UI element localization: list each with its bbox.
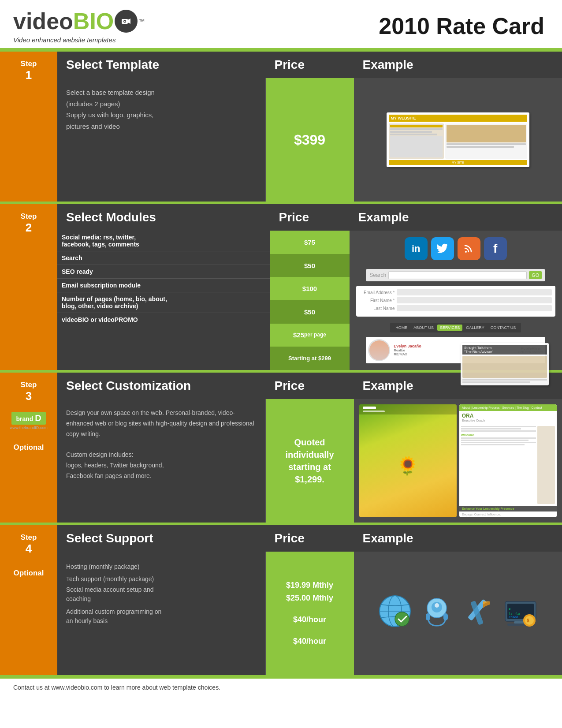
logo-subtitle: Video enhanced website templates	[13, 36, 145, 44]
svg-text:ls -la: ls -la	[509, 612, 520, 616]
modules-table: Social media: rss, twitter,facebook, tag…	[57, 231, 270, 326]
logo-area: videoBIO ™ Video enhanced website templa…	[13, 8, 145, 44]
svg-text:$: $	[527, 618, 529, 623]
step3-content-area: Select Customization Price Example Desig…	[57, 373, 562, 523]
step2-modules-list: Social media: rss, twitter,facebook, tag…	[57, 231, 270, 370]
step4-price-1: $19.99 Mthly	[286, 581, 333, 590]
step1-price-value: $399	[294, 132, 325, 148]
logo-tm: ™	[138, 18, 145, 25]
table-row: Search	[57, 251, 270, 265]
step2-heading: Select Modules	[57, 204, 270, 231]
step1-content: Select Template Price Example Select a b…	[57, 52, 562, 202]
computer-icon: > _ ls -la chmod $	[503, 595, 538, 632]
search-example: Search GO	[366, 269, 545, 281]
module-price-6: Starting at $299	[270, 347, 350, 370]
step3-price-col: Quotedindividuallystarting at$1,299.	[266, 399, 354, 523]
svg-point-4	[124, 21, 126, 22]
globe-icon	[377, 594, 413, 634]
step3-example-col: 🌻 About | Leadership Process | Services …	[354, 399, 562, 523]
step4-number: 4	[21, 542, 37, 556]
module-name-2: Search	[57, 251, 270, 265]
step1-price-col: $399	[266, 78, 354, 202]
step1-price-header: Price	[266, 52, 354, 78]
step4-item-2: Tech support (monthly package)	[66, 573, 257, 585]
step2-prices-col: $75 $50 $100 $50 $25per page Starting at…	[270, 231, 350, 370]
step3-price-header: Price	[266, 373, 354, 399]
step4-price-2: $25.00 Mthly	[286, 594, 333, 603]
step2-label: Step 2	[0, 204, 57, 370]
go-button[interactable]: GO	[529, 271, 542, 279]
table-row: videoBIO or videoPROMO	[57, 313, 270, 327]
green-line-top	[0, 48, 562, 52]
step3-description: Design your own space on the web. Person…	[57, 399, 266, 523]
footer-text: Contact us at www.videobio.com to learn …	[13, 684, 220, 691]
rate-card-title: 2010 Rate Card	[379, 13, 544, 39]
step4-content-grid: Hosting (monthly package) Tech support (…	[57, 552, 562, 675]
step4-col-headers: Select Support Price Example	[57, 525, 562, 552]
step1-example-header: Example	[354, 52, 562, 78]
logo: videoBIO ™	[13, 8, 145, 34]
tools-icon	[461, 595, 496, 632]
brand-logo: brand D www.thebrandID.com	[10, 412, 48, 430]
module-price-1: $75	[270, 231, 350, 254]
step3-price-text: Quotedindividuallystarting at$1,299.	[281, 432, 338, 490]
header: videoBIO ™ Video enhanced website templa…	[0, 0, 562, 48]
svg-point-6	[465, 251, 467, 253]
form-example: Email Address * First Name * Last Name	[356, 286, 556, 317]
footer: Contact us at www.videobio.com to learn …	[0, 678, 562, 696]
nav-home: HOME	[393, 325, 410, 331]
module-name-1: Social media: rss, twitter,facebook, tag…	[57, 231, 270, 251]
step2-number: 2	[21, 221, 37, 235]
svg-point-10	[395, 612, 409, 626]
step4-item-4: Additional custom programming onan hourl…	[66, 607, 257, 626]
module-price-3: $100	[270, 277, 350, 300]
search-label: Search	[369, 272, 386, 278]
step4-word: Step	[21, 533, 37, 542]
svg-point-26	[525, 616, 534, 625]
module-name-3: SEO ready	[57, 265, 270, 279]
social-icons-row: in f	[405, 237, 507, 260]
step3-word: Step	[21, 381, 37, 389]
step2-example-header: Example	[350, 204, 562, 231]
step1-word: Step	[21, 60, 37, 68]
module-price-2: $50	[270, 254, 350, 277]
step4-item-3: Social media account setup andcoaching	[66, 585, 257, 604]
nav-gallery: GALLERY	[463, 325, 487, 331]
step1-heading: Select Template	[57, 52, 266, 78]
step3-content-grid: Design your own space on the web. Person…	[57, 399, 562, 523]
module-price-5: $25per page	[270, 324, 350, 347]
step4-price-3: $40/hour	[293, 615, 326, 624]
step2-col-headers: Select Modules Price Example	[57, 204, 562, 231]
nav-services: SERVICES	[437, 325, 462, 331]
step4-label: Step 4 Optional	[0, 525, 57, 675]
ora-preview: About | Leadership Process | Services | …	[459, 404, 557, 517]
step2-price-header: Price	[270, 204, 350, 231]
module-name-4: Email subscription module	[57, 279, 270, 292]
brand-url: www.thebrandID.com	[10, 426, 48, 430]
step3-section: Step 3 brand D www.thebrandID.com Option…	[0, 373, 562, 523]
twitter-icon	[431, 237, 454, 260]
svg-text:chmod: chmod	[509, 616, 518, 619]
step3-optional: Optional	[14, 443, 44, 452]
step4-content-area: Select Support Price Example Hosting (mo…	[57, 525, 562, 675]
step1-description: Select a base template design(includes 2…	[57, 78, 266, 202]
table-row: Number of pages (home, bio, about,blog, …	[57, 292, 270, 313]
svg-point-15	[435, 603, 439, 608]
table-row: Social media: rss, twitter,facebook, tag…	[57, 231, 270, 251]
step4-example-col: > _ ls -la chmod $	[354, 552, 562, 675]
headset-icon	[419, 595, 454, 632]
step1-section: Step 1 Select Template Price Example Sel…	[0, 52, 562, 202]
svg-text:> _: > _	[509, 607, 515, 611]
rss-icon	[458, 237, 480, 260]
step3-number: 3	[21, 389, 37, 403]
logo-bio-text: BIO	[73, 8, 114, 34]
step4-item-1: Hosting (monthly package)	[66, 560, 257, 573]
step3-heading: Select Customization	[57, 373, 266, 399]
table-row: Email subscription module	[57, 279, 270, 292]
module-price-4: $50	[270, 300, 350, 324]
step3-label: Step 3 brand D www.thebrandID.com Option…	[0, 373, 57, 523]
step1-col-headers: Select Template Price Example	[57, 52, 562, 78]
nav-contact: CONTACT US	[488, 325, 519, 331]
step4-heading: Select Support	[57, 525, 266, 552]
logo-camera-icon	[115, 10, 138, 33]
